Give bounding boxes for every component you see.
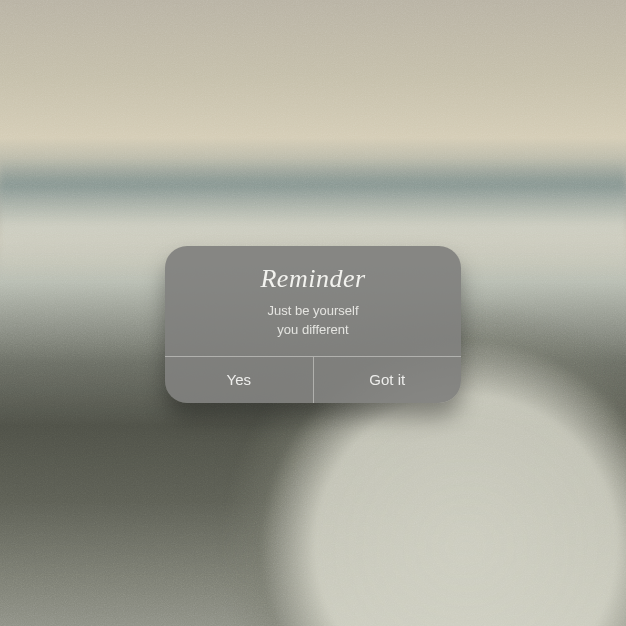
dialog-actions: Yes Got it [165,356,461,403]
dialog-message: Just be yourself you different [185,302,441,340]
dialog-body: Reminder Just be yourself you different [165,246,461,356]
yes-button[interactable]: Yes [165,357,313,403]
got-it-button[interactable]: Got it [313,357,462,403]
reminder-dialog: Reminder Just be yourself you different … [165,246,461,403]
dialog-title: Reminder [185,264,441,294]
